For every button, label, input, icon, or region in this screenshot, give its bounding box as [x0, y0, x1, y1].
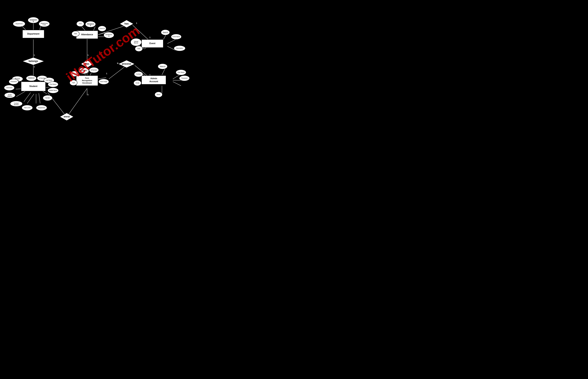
attr-dept-code-label: Department [41, 23, 48, 24]
attr-event-id-attendance-label: Event Id [100, 28, 105, 29]
rel-process-label: process [122, 63, 131, 65]
card-face-enrol: 1 [88, 94, 89, 96]
attr-contact-number-label: Contact [14, 102, 19, 104]
attr-event-name-label: Event Name [172, 36, 180, 37]
attr-year-level-label: Year Level [24, 107, 31, 109]
attr-upload-banner-label: Upload [134, 41, 138, 42]
entity-attendance-label: Attendance [81, 33, 93, 36]
entity-admin-label1: Admin [150, 77, 157, 79]
diagram-container: 1 1 1 1 1 1 1 1 N 1 Department Departmen… [0, 0, 196, 126]
rel-has-event-label: has [124, 22, 129, 25]
card-has-event-1: 1 [136, 22, 137, 24]
attr-password-label: Password [11, 81, 16, 82]
attr-enrollment-id-att-label2: Id [108, 35, 109, 37]
entity-admin-account [141, 76, 166, 84]
rel-enrol-label: enrol [64, 115, 70, 118]
card-face-n: 1 [106, 72, 107, 75]
entity-admin-label2: Account [149, 80, 158, 83]
attr-last-name-label: Last Name [46, 79, 52, 81]
attr-admin-id-label: Admin Id [160, 66, 165, 67]
entity-face-label1: Face [85, 77, 89, 79]
entity-student-label: Student [29, 85, 37, 87]
attr-dept-code-label2: Code [43, 24, 46, 26]
attr-dept-student-label: Department [38, 107, 45, 109]
attr-contact-label: Contact [136, 73, 141, 75]
entity-department-label: Department [27, 33, 40, 35]
attr-attendance-id-label: Attendance [87, 23, 94, 25]
attr-student-id-label: Student Id [28, 77, 34, 79]
card-face-process: N [117, 62, 118, 64]
rel-belongs-label: belongs [29, 60, 38, 63]
attr-user-name-label: User Name [178, 72, 185, 73]
attr-event-id-label: Event Id [163, 32, 168, 33]
attr-email-admin-label: Email [136, 82, 139, 84]
attr-face-image-label: Face Image [100, 81, 107, 82]
attr-date-attendance-label: Date [74, 33, 77, 34]
attr-email-address-label: Email [8, 94, 11, 95]
entity-face-label2: Recognition [82, 79, 92, 81]
attr-enrollment-id-att-label: Enrollment [106, 34, 112, 35]
card-dept-belongs: 1 [34, 54, 35, 56]
attr-dept-id-label2: Id [33, 20, 34, 22]
attr-contact-number-label2: Number [14, 104, 19, 106]
attr-id-number-student-label: Id Number [39, 78, 46, 79]
attr-name-label: Name [157, 94, 160, 95]
attr-password-admin-label: Password [181, 78, 187, 79]
attr-time-label: Time [79, 23, 82, 25]
attr-username-label: Username [6, 87, 13, 88]
attr-dept-id-label: Department [30, 19, 37, 20]
attr-date-event-label: Date [137, 48, 140, 49]
entity-event-label: Event [149, 42, 155, 45]
attr-middle-name-label: Middle Name [49, 90, 57, 91]
entity-face-label3: Enrollment [82, 82, 92, 84]
attr-account-status-label: Account [15, 78, 20, 79]
attr-upload-banner-label2: Banner [134, 42, 139, 44]
attr-email-address-label2: Address [7, 95, 12, 97]
card-has-event-2: 1 [149, 36, 151, 38]
attr-dept-name-label: Department [15, 23, 23, 25]
attr-gender-label: Gender [45, 97, 50, 99]
attr-attendance-id-label2: Id [90, 25, 91, 26]
attr-description-label: Description [176, 47, 183, 49]
attr-first-name-label: First Name [50, 84, 57, 85]
card-belongs-student: 1 [34, 66, 35, 68]
